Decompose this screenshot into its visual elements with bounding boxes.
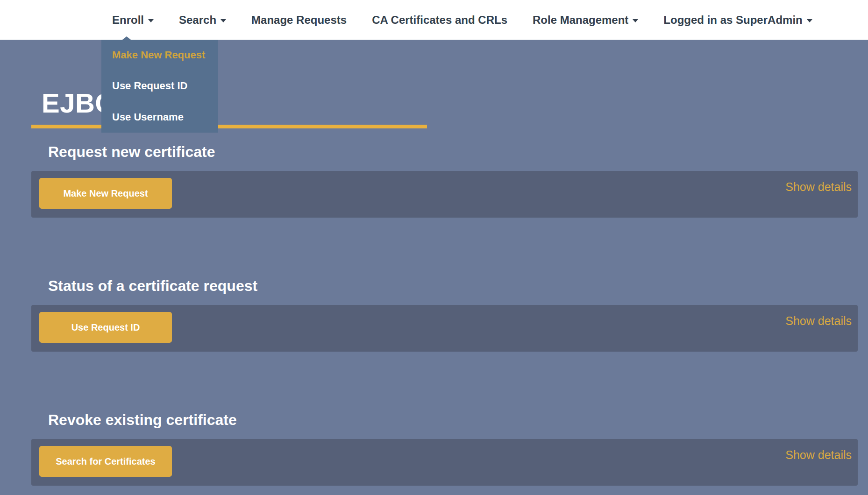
nav-item-logged-in-as-superadmin[interactable]: Logged in as SuperAdmin: [663, 14, 812, 27]
menu-item-make-new-request[interactable]: Make New Request: [101, 49, 218, 61]
search-for-certificates-button[interactable]: Search for Certificates: [39, 446, 172, 477]
show-details-link[interactable]: Show details: [785, 314, 852, 328]
section-status-of-certificate-request: Status of a certificate request Use Requ…: [31, 278, 858, 352]
nav-item-enroll-label: Enroll: [112, 14, 144, 27]
show-details-link[interactable]: Show details: [785, 448, 852, 462]
card-request-new-certificate: Make New Request Show details: [31, 171, 858, 218]
chevron-down-icon: [221, 19, 226, 22]
nav-item-role-management[interactable]: Role Management: [533, 14, 638, 27]
section-heading-status-of-certificate-request: Status of a certificate request: [48, 278, 858, 294]
use-request-id-button[interactable]: Use Request ID: [39, 312, 172, 343]
nav-item-ca-certificates-and-crls[interactable]: CA Certificates and CRLs: [372, 14, 507, 27]
nav-item-ca-certificates-label: CA Certificates and CRLs: [372, 14, 507, 27]
menu-item-use-request-id-label: Use Request ID: [112, 80, 187, 92]
nav-item-manage-requests[interactable]: Manage Requests: [251, 14, 347, 27]
nav-item-logged-in-label: Logged in as SuperAdmin: [663, 14, 802, 27]
nav-item-search[interactable]: Search: [179, 14, 226, 27]
nav-item-search-label: Search: [179, 14, 216, 27]
nav-item-role-management-label: Role Management: [533, 14, 628, 27]
enroll-dropdown-menu: Make New Request Use Request ID Use User…: [101, 40, 218, 133]
chevron-down-icon: [148, 19, 154, 22]
menu-item-use-username-label: Use Username: [112, 111, 184, 123]
card-revoke-existing-certificate: Search for Certificates Show details: [31, 439, 858, 486]
nav-item-manage-requests-label: Manage Requests: [251, 14, 347, 27]
menu-item-make-new-request-label: Make New Request: [112, 49, 205, 61]
dropdown-caret-up-icon: [122, 36, 131, 40]
section-request-new-certificate: Request new certificate Make New Request…: [31, 144, 858, 218]
menu-item-use-username[interactable]: Use Username: [101, 111, 218, 123]
title-underline: [31, 125, 427, 128]
menu-item-use-request-id[interactable]: Use Request ID: [101, 80, 218, 92]
chevron-down-icon: [633, 19, 638, 22]
chevron-down-icon: [807, 19, 812, 22]
show-details-link[interactable]: Show details: [785, 180, 852, 194]
section-revoke-existing-certificate: Revoke existing certificate Search for C…: [31, 412, 858, 486]
nav-item-enroll[interactable]: Enroll: [112, 14, 154, 27]
top-navbar: Enroll Search Manage Requests CA Certifi…: [0, 0, 868, 40]
card-status-of-certificate-request: Use Request ID Show details: [31, 305, 858, 352]
section-heading-revoke-existing-certificate: Revoke existing certificate: [48, 412, 858, 428]
make-new-request-button[interactable]: Make New Request: [39, 178, 172, 209]
section-heading-request-new-certificate: Request new certificate: [48, 144, 858, 160]
